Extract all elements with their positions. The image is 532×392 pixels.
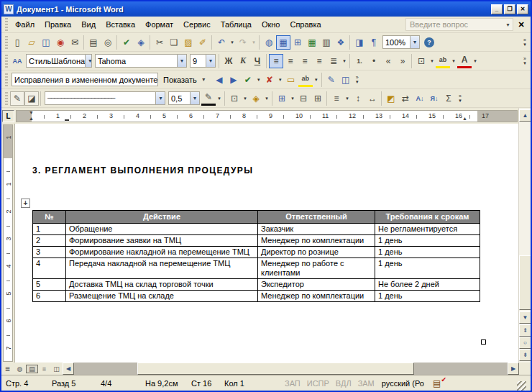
reject-change-dropdown-icon[interactable]: ▾: [277, 73, 284, 87]
spelling-status-icon[interactable]: ▤ ✔: [433, 378, 446, 388]
decrease-indent-button[interactable]: «: [381, 54, 395, 68]
bold-button[interactable]: Ж: [221, 54, 236, 68]
eraser-button[interactable]: ◪: [24, 91, 39, 106]
menubar-close-button[interactable]: ✕: [515, 20, 527, 29]
justify-button[interactable]: ≡: [312, 54, 326, 68]
document-map-button[interactable]: ◨: [352, 35, 367, 50]
cell-alignment-button[interactable]: ≡: [329, 91, 344, 106]
reviewing-pane-button[interactable]: ◫: [339, 73, 353, 87]
table-autoformat-button[interactable]: ◩: [384, 91, 398, 106]
outside-border-button[interactable]: ⊡: [227, 91, 242, 106]
help-button[interactable]: ?: [424, 37, 434, 47]
italic-button[interactable]: К: [236, 54, 250, 68]
columns-button[interactable]: ▥: [319, 35, 334, 50]
col-header-num[interactable]: №: [33, 211, 66, 224]
toolbar-options-button[interactable]: » ▾: [520, 53, 529, 69]
first-line-indent-marker[interactable]: ▼: [29, 111, 34, 115]
col-header-responsible[interactable]: Ответственный: [258, 211, 375, 224]
line-spacing-button[interactable]: ≣: [326, 54, 341, 68]
font-color-button[interactable]: А: [457, 54, 472, 68]
menu-file[interactable]: Файл: [10, 18, 40, 31]
bullets-button[interactable]: •: [367, 54, 381, 68]
question-dropdown-icon[interactable]: ▾: [503, 22, 513, 28]
previous-change-button[interactable]: ◀: [212, 73, 226, 87]
right-indent-marker[interactable]: ▲: [462, 117, 467, 121]
toolbar-grip[interactable]: [5, 92, 8, 105]
outside-border-dropdown-icon[interactable]: ▾: [242, 91, 249, 106]
print-button[interactable]: ▤: [86, 35, 101, 50]
show-menu-button[interactable]: Показать ▾: [160, 73, 212, 87]
status-overtype[interactable]: ЗАМ: [358, 379, 375, 388]
align-right-button[interactable]: ≡: [298, 54, 312, 68]
maximize-button[interactable]: ❐: [504, 4, 515, 14]
status-line[interactable]: Ст 16: [191, 379, 224, 388]
line-weight-select[interactable]: 0,5 ▾: [168, 91, 200, 105]
draw-table-button[interactable]: ✎: [10, 91, 24, 106]
insert-table-button[interactable]: ⊞: [290, 35, 305, 50]
status-track-changes[interactable]: ИСПР: [307, 379, 329, 388]
font-size-select[interactable]: 9 ▾: [190, 54, 216, 68]
horizontal-scroll-track[interactable]: [74, 363, 508, 375]
sort-ascending-button[interactable]: А↓: [413, 91, 427, 106]
border-color-button[interactable]: ✎: [201, 91, 216, 106]
spelling-button[interactable]: ✔: [119, 35, 134, 50]
line-style-dropdown-icon[interactable]: ▾: [155, 92, 165, 104]
menu-insert[interactable]: Вставка: [101, 18, 140, 31]
reviewing-highlight-dropdown-icon[interactable]: ▾: [313, 73, 320, 87]
question-box[interactable]: Введите вопрос ▾: [405, 18, 513, 31]
undo-dropdown-icon[interactable]: ▾: [229, 35, 236, 50]
insert-table-menu-dropdown-icon[interactable]: ▾: [289, 91, 296, 106]
insert-excel-table-button[interactable]: ▦: [305, 35, 319, 50]
align-left-button[interactable]: ≡: [269, 54, 283, 68]
zoom-select[interactable]: 100% ▾: [382, 35, 420, 49]
toolbar-options-button[interactable]: » ▾: [456, 91, 464, 106]
line-style-select[interactable]: ──────────────────── ▾: [45, 91, 165, 105]
numbering-button[interactable]: 1.: [352, 54, 367, 68]
insert-comment-button[interactable]: ▭: [284, 73, 298, 87]
reviewing-highlight-button[interactable]: ab: [298, 73, 313, 87]
accept-change-button[interactable]: ✔: [241, 73, 255, 87]
col-header-terms[interactable]: Требования к срокам: [375, 211, 480, 224]
font-color-dropdown-icon[interactable]: ▾: [472, 54, 479, 68]
tab-stop-marker[interactable]: [65, 119, 69, 121]
reading-layout-view-button[interactable]: ◫: [50, 365, 63, 373]
open-button[interactable]: ▱: [24, 35, 39, 50]
tables-and-borders-button[interactable]: ▦: [276, 35, 290, 50]
scroll-up-button[interactable]: ▲: [519, 109, 531, 122]
status-page[interactable]: Стр. 4: [6, 379, 52, 388]
research-button[interactable]: ◈: [134, 35, 148, 50]
merge-cells-button[interactable]: ⊟: [296, 91, 311, 106]
window-resize-grip[interactable]: [517, 381, 526, 391]
split-cells-button[interactable]: ⊞: [311, 91, 325, 106]
cell-alignment-dropdown-icon[interactable]: ▾: [344, 91, 351, 106]
style-dropdown-icon[interactable]: ▾: [85, 55, 92, 67]
vertical-ruler-track[interactable]: 1 1234567: [3, 124, 13, 362]
menu-format[interactable]: Формат: [140, 18, 178, 31]
scroll-right-button[interactable]: ▶: [508, 363, 519, 375]
increase-indent-button[interactable]: »: [395, 54, 410, 68]
outline-view-button[interactable]: ≡: [38, 365, 50, 373]
web-layout-view-button[interactable]: ◍: [14, 365, 26, 373]
vertical-scrollbar[interactable]: ▲ ▼ ⇞ ○ ⇟: [518, 108, 531, 363]
menu-table[interactable]: Таблица: [216, 18, 257, 31]
vertical-scroll-thumb[interactable]: [519, 255, 531, 310]
undo-button[interactable]: ↶: [214, 35, 229, 50]
shading-color-button[interactable]: ◈: [249, 91, 263, 106]
next-change-button[interactable]: ▶: [226, 73, 241, 87]
border-dropdown-icon[interactable]: ▾: [428, 54, 436, 68]
display-for-review-dropdown-icon[interactable]: ▾: [157, 73, 158, 86]
table-move-handle[interactable]: +: [21, 199, 30, 208]
close-button[interactable]: ✕: [517, 4, 528, 14]
highlight-button[interactable]: ab: [436, 54, 450, 68]
status-record-macro[interactable]: ЗАП: [285, 379, 301, 388]
zoom-dropdown-icon[interactable]: ▾: [410, 36, 419, 48]
shading-color-dropdown-icon[interactable]: ▾: [263, 91, 270, 106]
align-center-button[interactable]: ≡: [283, 54, 298, 68]
line-weight-dropdown-icon[interactable]: ▾: [190, 92, 199, 104]
autosum-button[interactable]: Σ: [441, 91, 456, 106]
tab-selector[interactable]: L: [2, 110, 14, 122]
menu-tools[interactable]: Сервис: [178, 18, 216, 31]
track-changes-button[interactable]: ✎: [324, 73, 339, 87]
email-button[interactable]: ✉: [68, 35, 82, 50]
scroll-down-button[interactable]: ▼: [519, 311, 531, 324]
